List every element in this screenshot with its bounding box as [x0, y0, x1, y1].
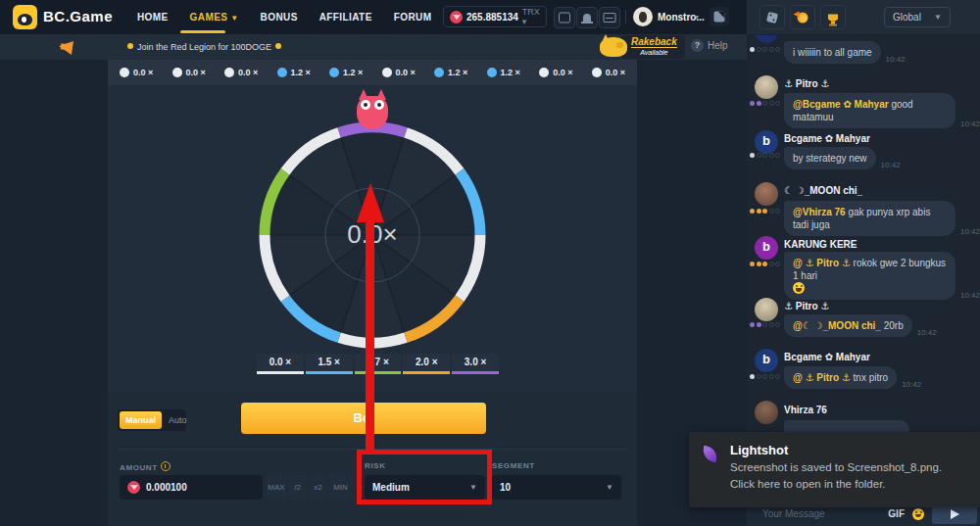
avatar[interactable] — [755, 401, 778, 424]
chat-mention[interactable]: @Bcgame ✿ Mahyar — [793, 99, 891, 110]
nav-item-home[interactable]: HOME — [137, 12, 169, 23]
legend-item: 0.0 × — [257, 354, 304, 374]
vault-button[interactable] — [554, 7, 575, 28]
history-item[interactable]: 0.0 × — [120, 68, 153, 77]
history-dot — [224, 68, 234, 77]
min-button[interactable]: MIN — [330, 475, 351, 500]
messages-button[interactable] — [599, 7, 620, 28]
avatar[interactable]: b — [755, 236, 778, 260]
bulb-icon — [275, 43, 281, 49]
max-button[interactable]: MAX — [267, 475, 286, 500]
chat-contest-button[interactable] — [820, 5, 846, 29]
segment-select[interactable]: 10 ▼ — [492, 475, 621, 500]
vault-icon — [559, 13, 570, 24]
avatar[interactable]: b — [755, 349, 778, 372]
chat-username[interactable]: Bcgame ✿ Mahyar — [784, 133, 870, 144]
user-menu-caret-icon[interactable]: ▾ — [695, 13, 699, 22]
amount-input[interactable]: 0.000100 — [120, 475, 263, 500]
double-button[interactable]: x2 — [310, 475, 326, 500]
chat-username[interactable]: ⚓ Pitro ⚓ — [784, 78, 829, 89]
rakeback-widget[interactable]: Rakeback Available — [600, 35, 685, 59]
gif-button[interactable]: GIF — [888, 508, 905, 519]
history-item[interactable]: 0.0 × — [224, 68, 258, 77]
chat-bubble: @☾ ☽_MOON chi_ 20rb — [784, 314, 912, 337]
history-label: 0.0 × — [133, 68, 153, 77]
auto-mode-button[interactable]: Auto — [162, 415, 194, 425]
message-time: 10:42 — [902, 380, 921, 389]
user-level-badges — [750, 322, 780, 327]
chat-username[interactable]: ⚓ Pitro ⚓ — [784, 301, 829, 311]
nav-divider — [625, 10, 626, 24]
chat-bubble: i wiiiiin to all game — [784, 41, 881, 64]
nav-item-forum[interactable]: FORUM — [394, 12, 432, 23]
history-item[interactable]: 1.2 × — [487, 68, 520, 77]
chat-username[interactable]: ☾ ☽_MOON chi_ — [784, 185, 862, 196]
notifications-button[interactable] — [576, 7, 598, 28]
history-dot — [329, 68, 339, 77]
avatar[interactable] — [755, 182, 778, 206]
lightshot-feather-icon — [702, 446, 718, 462]
history-item[interactable]: 0.0 × — [382, 68, 416, 77]
avatar[interactable] — [755, 298, 778, 321]
notification-line2[interactable]: Click here to open in the folder. — [730, 478, 886, 490]
chat-region-value: Global — [893, 12, 921, 23]
nav-menu: HOMEGAMES▼BONUSAFFILIATEFORUM — [137, 0, 431, 34]
chat-hot-button[interactable] — [790, 5, 815, 29]
games-active-underline — [180, 30, 225, 33]
user-avatar[interactable] — [633, 7, 653, 26]
balance-pill[interactable]: 265.885134 TRX ▾ — [443, 6, 547, 27]
history-item[interactable]: 1.2 × — [277, 68, 311, 77]
chat-username[interactable]: KARUNG KERE — [784, 239, 857, 250]
avatar[interactable]: b — [755, 130, 778, 154]
chat-games-button[interactable] — [760, 5, 785, 29]
chat-collapse-button[interactable] — [710, 7, 729, 26]
rakeback-title: Rakeback — [631, 37, 677, 47]
lightshot-notification[interactable]: Lightshot Screenshot is saved to Screens… — [689, 432, 980, 507]
history-item[interactable]: 0.0 × — [172, 68, 206, 77]
brand-title[interactable]: BC.Game — [43, 8, 113, 24]
nav-item-affiliate[interactable]: AFFILIATE — [319, 12, 372, 23]
multiplier-legend: 0.0 ×1.5 ×1.7 ×2.0 ×3.0 × — [257, 354, 499, 374]
chat-input[interactable]: Your Message — [762, 508, 825, 519]
bet-button[interactable]: Bet — [241, 403, 486, 434]
chat-mention[interactable]: @☾ ☽_MOON chi_ — [793, 320, 884, 331]
chat-mention[interactable]: @ ⚓ Pitro ⚓ — [793, 258, 854, 268]
amount-label: AMOUNT — [120, 461, 171, 472]
chat-username[interactable]: Bcgame ✿ Mahyar — [784, 352, 870, 362]
chat-region-select[interactable]: Global ▼ — [884, 7, 951, 27]
logo-face-icon — [18, 14, 32, 25]
message-time: 10:42 — [881, 161, 901, 169]
avatar[interactable] — [755, 75, 778, 99]
info-icon[interactable] — [161, 461, 171, 471]
chat-bubble: @Bcgame ✿ Mahyar good matamuu — [784, 93, 956, 128]
message-time: 10:42 — [960, 120, 980, 128]
chat-mention[interactable]: @Vhirza 76 — [793, 207, 848, 217]
chat-username[interactable]: Vhirza 76 — [784, 405, 827, 415]
nav-item-games[interactable]: GAMES▼ — [190, 12, 239, 23]
chat-mention[interactable]: @ ⚓ Pitro ⚓ — [793, 372, 854, 383]
history-item[interactable]: 0.0 × — [592, 68, 625, 77]
history-dot — [277, 68, 287, 77]
mode-toggle: Manual Auto — [118, 409, 186, 431]
history-item[interactable]: 1.2 × — [329, 68, 363, 77]
history-item[interactable]: 1.2 × — [434, 68, 467, 77]
bcgame-logo[interactable] — [13, 5, 37, 29]
nav-item-bonus[interactable]: BONUS — [261, 12, 298, 23]
multiplier-history: 0.0 ×0.0 ×0.0 ×1.2 ×1.2 ×0.0 ×1.2 ×1.2 ×… — [120, 60, 625, 85]
history-label: 0.0 × — [606, 68, 625, 77]
help-label: Help — [708, 40, 728, 51]
help-button[interactable]: ? Help — [691, 39, 728, 52]
legend-item: 1.7 × — [355, 354, 402, 374]
announcement-text[interactable]: Join the Red Legion for 100DOGE — [123, 42, 285, 52]
history-dot — [539, 68, 549, 77]
manual-mode-button[interactable]: Manual — [120, 411, 162, 429]
half-button[interactable]: /2 — [289, 475, 306, 500]
history-item[interactable]: 0.0 × — [539, 68, 572, 77]
chat-bubble: @ ⚓ Pitro ⚓ rokok gwe 2 bungkus 1 hari — [784, 252, 956, 300]
emoji-picker-icon[interactable] — [912, 508, 924, 520]
history-dot — [434, 68, 444, 77]
segment-label: SEGMENT — [492, 461, 535, 470]
currency-selector[interactable]: TRX ▾ — [522, 7, 540, 26]
chat-bubble: @ ⚓ Pitro ⚓ tnx pitro — [784, 366, 897, 389]
chat-collapse-icon — [714, 12, 725, 23]
